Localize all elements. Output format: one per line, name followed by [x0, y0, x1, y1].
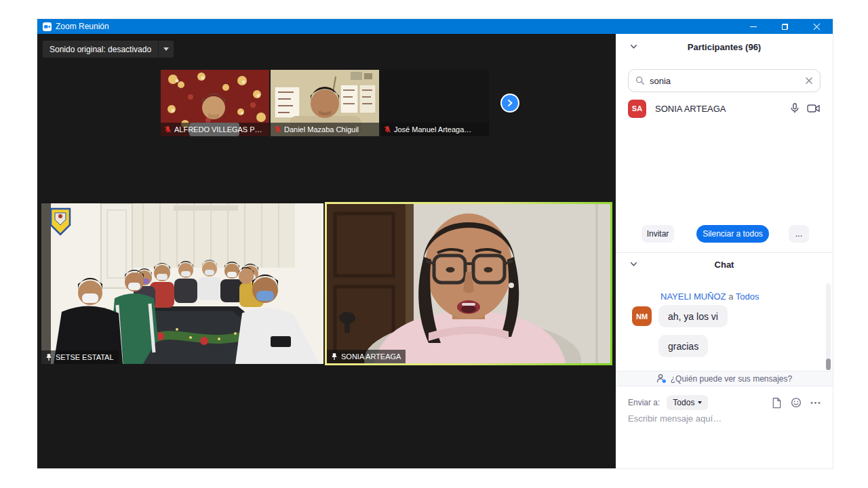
muted-mic-icon [274, 125, 281, 134]
person-privacy-icon [656, 373, 667, 384]
video-thumbnail-jose[interactable]: José Manuel Arteaga… [380, 70, 489, 136]
participant-name-label: Daniel Mazaba Chiguil [284, 125, 359, 134]
compose-message-input[interactable]: Escribir mensaje aquí… [628, 413, 722, 424]
next-page-button[interactable] [500, 94, 519, 113]
minimize-button[interactable] [737, 19, 769, 34]
section-divider [616, 252, 833, 253]
close-icon [814, 23, 821, 30]
video-area: Sonido original: desactivado ALFREDO VIL… [37, 34, 616, 468]
avatar: SA [628, 100, 646, 118]
chat-header: Chat [616, 260, 833, 270]
window-title: Zoom Reunión [56, 22, 109, 31]
invite-button[interactable]: Invitar [642, 225, 674, 243]
chat-scrollbar[interactable] [826, 283, 831, 370]
video-tile-sonia-arteaga[interactable]: SONIA ARTEAGA [325, 202, 612, 365]
chat-privacy-note[interactable]: ¿Quién puede ver sus mensajes? [616, 371, 833, 386]
participant-name: SONIA ARTEAGA [655, 104, 789, 114]
chevron-down-icon [163, 47, 169, 51]
titlebar: Zoom Reunión [37, 19, 833, 34]
mute-all-button[interactable]: Silenciar a todos [696, 225, 769, 243]
restore-icon [782, 24, 788, 30]
tile-name-label: SETSE ESTATAL [41, 350, 119, 364]
participant-name-label: José Manuel Arteaga… [394, 125, 471, 134]
participants-more-button[interactable]: ... [789, 225, 809, 243]
participants-header: Participantes (96) [616, 42, 833, 52]
video-tile-setse-estatal[interactable]: SETSE ESTATAL [41, 203, 323, 364]
chat-scrollbar-thumb[interactable] [826, 359, 831, 370]
original-sound-button[interactable]: Sonido original: desactivado [43, 41, 174, 58]
video-thumbnail-alfredo[interactable]: ALFREDO VILLEGAS P… [161, 70, 269, 136]
mic-icon [789, 102, 800, 115]
participant-name-label: ALFREDO VILLEGAS P… [174, 125, 262, 134]
zoom-meeting-window: Zoom Reunión Sonido original: desactivad… [37, 19, 833, 468]
clear-search-icon[interactable] [805, 77, 813, 85]
muted-mic-icon [384, 125, 391, 134]
zoom-camera-logo-icon [43, 22, 52, 31]
search-icon [635, 76, 645, 85]
send-to-dropdown[interactable]: Todos [667, 395, 708, 410]
participant-row[interactable]: SA SONIA ARTEAGA [628, 98, 821, 119]
avatar: NM [632, 306, 652, 326]
emoji-icon[interactable] [791, 397, 802, 408]
pin-icon [45, 353, 53, 362]
chevron-right-icon [506, 99, 514, 107]
send-to-row: Enviar a: Todos [628, 395, 821, 410]
file-attach-icon[interactable] [772, 397, 782, 409]
chevron-down-icon [698, 401, 702, 404]
chat-message-bubble: gracias [658, 335, 708, 357]
chat-message-sender: NAYELI MUÑOZ a Todos [660, 291, 760, 302]
pin-icon [330, 352, 338, 361]
original-sound-dropdown[interactable] [159, 41, 174, 58]
close-button[interactable] [801, 19, 833, 34]
muted-mic-icon [164, 125, 172, 134]
participants-actions: Invitar Silenciar a todos ... [616, 225, 833, 243]
conference-room-video [41, 203, 323, 364]
video-thumbnail-daniel[interactable]: Daniel Mazaba Chiguil [271, 70, 379, 136]
more-options-icon[interactable] [810, 401, 821, 405]
camera-icon [807, 103, 821, 114]
chat-message-bubble: ah, ya los vi [658, 305, 728, 327]
minimize-icon [750, 26, 757, 27]
tile-name-label: SONIA ARTEAGA [327, 350, 406, 363]
participant-search-input[interactable] [650, 76, 800, 86]
participant-search-box[interactable] [628, 69, 821, 92]
original-sound-label: Sonido original: desactivado [43, 41, 158, 58]
send-to-label: Enviar a: [628, 398, 660, 407]
sidebar-panel: Participantes (96) SA SONIA ARTEAGA Invi… [616, 34, 833, 468]
webcam-video-sonia [327, 204, 610, 363]
restore-button[interactable] [769, 19, 801, 34]
